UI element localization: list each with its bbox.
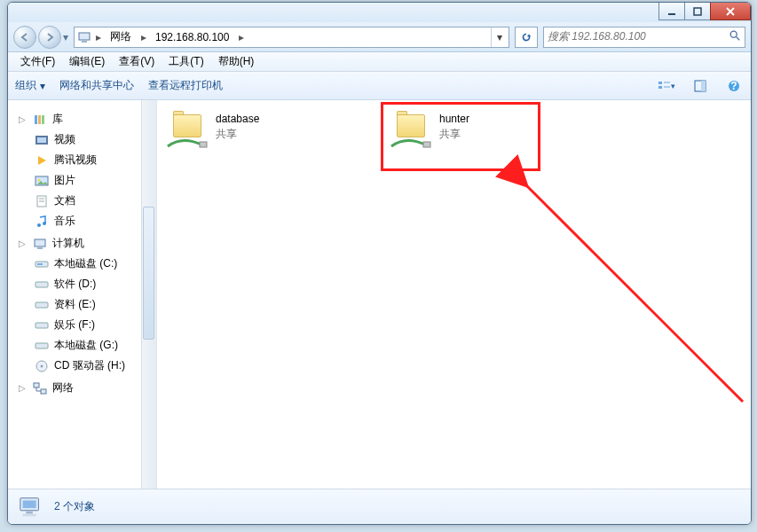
share-item-database[interactable]: database 共享 bbox=[164, 111, 368, 153]
tree-item-drive-g[interactable]: 本地磁盘 (G:) bbox=[15, 335, 156, 356]
svg-point-25 bbox=[37, 223, 41, 227]
menu-tools[interactable]: 工具(T) bbox=[162, 52, 210, 71]
tree-item-videos[interactable]: 视频 bbox=[15, 129, 156, 150]
menu-view[interactable]: 查看(V) bbox=[112, 52, 162, 71]
documents-icon bbox=[35, 194, 49, 208]
status-bar: 2 个对象 bbox=[8, 489, 751, 524]
tencent-video-icon bbox=[35, 153, 49, 168]
address-dropdown-icon[interactable]: ▾ bbox=[491, 27, 507, 47]
titlebar bbox=[8, 3, 751, 22]
svg-rect-2 bbox=[79, 33, 90, 40]
shared-folder-icon bbox=[166, 113, 209, 152]
navigation-row: ▾ ▸ 网络 ▸ 192.168.80.100 ▸ ▾ 搜索 192.168.8… bbox=[8, 22, 751, 52]
tree-item-pictures[interactable]: 图片 bbox=[15, 170, 156, 191]
svg-marker-19 bbox=[38, 156, 46, 165]
tree-item-documents[interactable]: 文档 bbox=[15, 191, 156, 211]
expand-icon[interactable]: ▷ bbox=[19, 383, 28, 393]
svg-rect-44 bbox=[23, 500, 36, 507]
svg-point-21 bbox=[38, 178, 41, 181]
item-name: database bbox=[216, 113, 259, 125]
refresh-button[interactable] bbox=[515, 27, 538, 48]
view-printers-button[interactable]: 查看远程打印机 bbox=[148, 78, 223, 93]
search-placeholder: 搜索 192.168.80.100 bbox=[548, 29, 646, 44]
svg-rect-15 bbox=[38, 115, 41, 124]
cd-drive-icon bbox=[35, 359, 49, 373]
sidebar-scrollbar[interactable] bbox=[141, 100, 156, 489]
svg-rect-14 bbox=[35, 115, 37, 124]
organize-button[interactable]: 组织 ▾ bbox=[15, 78, 45, 93]
svg-rect-46 bbox=[23, 513, 36, 516]
item-name: hunter bbox=[439, 113, 469, 125]
libraries-icon bbox=[33, 113, 47, 127]
status-text: 2 个对象 bbox=[54, 499, 95, 514]
tree-item-music[interactable]: 音乐 bbox=[15, 211, 156, 231]
tree-item-drive-e[interactable]: 资料 (E:) bbox=[15, 294, 156, 315]
item-subtitle: 共享 bbox=[216, 127, 259, 142]
tree-item-drive-d[interactable]: 软件 (D:) bbox=[15, 274, 156, 294]
tree-libraries[interactable]: ▷ 库 bbox=[15, 109, 156, 129]
network-icon bbox=[33, 381, 47, 395]
svg-rect-6 bbox=[658, 82, 662, 84]
minimize-button[interactable] bbox=[658, 3, 685, 20]
music-icon bbox=[35, 215, 49, 229]
svg-point-4 bbox=[730, 31, 737, 37]
drive-icon bbox=[35, 318, 49, 332]
maximize-button[interactable] bbox=[684, 3, 711, 20]
drive-icon bbox=[35, 278, 49, 292]
svg-point-26 bbox=[43, 222, 46, 225]
share-item-hunter[interactable]: hunter 共享 bbox=[388, 111, 592, 153]
chevron-right-icon[interactable]: ▸ bbox=[138, 31, 150, 43]
preview-pane-button[interactable] bbox=[690, 76, 710, 96]
help-button[interactable]: ? bbox=[724, 76, 744, 96]
drive-icon bbox=[35, 257, 49, 271]
chevron-right-icon[interactable]: ▸ bbox=[235, 31, 248, 43]
expand-icon[interactable]: ▷ bbox=[19, 239, 28, 248]
expand-icon[interactable]: ▷ bbox=[19, 114, 28, 124]
chevron-right-icon[interactable]: ▸ bbox=[92, 31, 105, 43]
shared-folder-icon bbox=[390, 113, 432, 152]
svg-line-42 bbox=[525, 184, 743, 402]
drive-icon bbox=[35, 339, 49, 353]
tree-item-tencent-video[interactable]: 腾讯视频 bbox=[15, 150, 156, 170]
navigation-pane: ▷ 库 视频 腾讯视频 图片 文档 音乐 bbox=[8, 100, 157, 489]
command-bar: 组织 ▾ 网络和共享中心 查看远程打印机 ▾ ? bbox=[8, 72, 751, 100]
svg-rect-3 bbox=[82, 41, 87, 43]
menu-edit[interactable]: 编辑(E) bbox=[62, 52, 112, 71]
address-bar[interactable]: ▸ 网络 ▸ 192.168.80.100 ▸ ▾ bbox=[74, 27, 509, 48]
svg-rect-11 bbox=[701, 81, 706, 91]
content-pane[interactable]: database 共享 hunter 共享 bbox=[157, 100, 751, 489]
drive-icon bbox=[35, 298, 49, 312]
svg-rect-45 bbox=[26, 511, 33, 513]
back-button[interactable] bbox=[13, 26, 36, 49]
tree-item-cd-drive[interactable]: CD 驱动器 (H:) bbox=[15, 356, 156, 376]
close-button[interactable] bbox=[710, 3, 751, 20]
explorer-window: ▾ ▸ 网络 ▸ 192.168.80.100 ▸ ▾ 搜索 192.168.8… bbox=[7, 2, 752, 525]
svg-rect-38 bbox=[41, 389, 46, 394]
video-icon bbox=[35, 133, 49, 147]
breadcrumb-host[interactable]: 192.168.80.100 bbox=[150, 27, 235, 47]
svg-rect-27 bbox=[35, 239, 45, 246]
status-computer-icon bbox=[17, 493, 45, 521]
svg-rect-18 bbox=[37, 137, 46, 143]
menu-file[interactable]: 文件(F) bbox=[13, 52, 62, 71]
breadcrumb-network[interactable]: 网络 bbox=[105, 27, 138, 47]
svg-rect-7 bbox=[658, 86, 662, 89]
chevron-down-icon: ▾ bbox=[40, 80, 45, 92]
forward-button[interactable] bbox=[38, 26, 61, 49]
svg-rect-30 bbox=[37, 263, 43, 265]
tree-computer[interactable]: ▷ 计算机 bbox=[15, 233, 156, 254]
tree-network[interactable]: ▷ 网络 bbox=[15, 378, 156, 398]
svg-rect-39 bbox=[200, 142, 207, 147]
svg-line-5 bbox=[737, 37, 740, 41]
scrollbar-thumb[interactable] bbox=[143, 207, 154, 340]
svg-rect-28 bbox=[37, 247, 43, 249]
tree-item-drive-c[interactable]: 本地磁盘 (C:) bbox=[15, 254, 156, 274]
view-options-button[interactable]: ▾ bbox=[657, 76, 676, 96]
history-dropdown-icon[interactable]: ▾ bbox=[63, 31, 68, 43]
network-center-button[interactable]: 网络和共享中心 bbox=[59, 78, 134, 93]
tree-item-drive-f[interactable]: 娱乐 (F:) bbox=[15, 315, 156, 335]
search-input[interactable]: 搜索 192.168.80.100 bbox=[543, 27, 745, 48]
menu-help[interactable]: 帮助(H) bbox=[211, 52, 262, 71]
svg-text:?: ? bbox=[730, 80, 737, 92]
svg-rect-31 bbox=[35, 282, 48, 287]
